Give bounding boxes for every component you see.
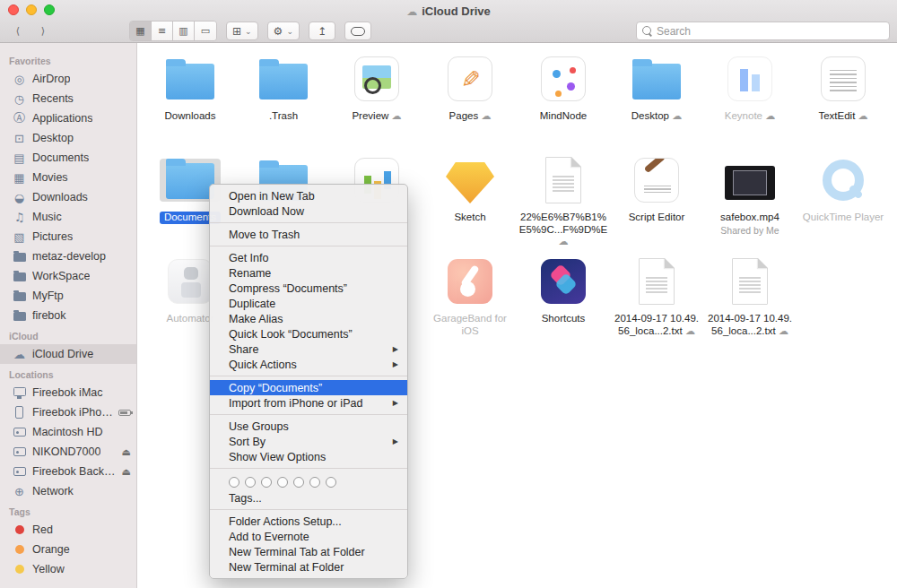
- menu-item-new-terminal[interactable]: New Terminal at Folder: [210, 559, 407, 575]
- download-icon: ◒: [12, 191, 27, 204]
- music-note-icon: ♫: [12, 211, 27, 224]
- eject-icon[interactable]: ⏏: [122, 446, 131, 458]
- menu-item-duplicate[interactable]: Duplicate: [210, 296, 407, 311]
- sidebar-item-macintosh-hd[interactable]: Macintosh HD: [0, 422, 136, 442]
- tag-circle[interactable]: [277, 477, 288, 488]
- menu-item-add-to-evernote[interactable]: Add to Evernote: [210, 529, 407, 544]
- forward-button[interactable]: ⟩: [32, 22, 54, 40]
- search-field[interactable]: [636, 22, 890, 40]
- sidebar-section-favorites: Favorites: [0, 50, 136, 69]
- share-button[interactable]: ↥: [309, 22, 335, 40]
- text-file-icon: [545, 157, 581, 203]
- sidebar-item-documents[interactable]: ▤Documents: [0, 148, 136, 168]
- minimize-button[interactable]: [26, 4, 37, 15]
- menu-item-rename[interactable]: Rename: [210, 265, 407, 281]
- tag-circle[interactable]: [261, 477, 272, 488]
- menu-item-import-from-iphone[interactable]: Import from iPhone or iPad▶: [210, 395, 407, 411]
- sidebar-item-pictures[interactable]: ▧Pictures: [0, 227, 136, 246]
- menu-item-quick-look[interactable]: Quick Look “Documents”: [210, 326, 407, 342]
- menu-item-folder-actions-setup[interactable]: Folder Actions Setup...: [210, 514, 407, 529]
- sidebar-item-applications[interactable]: ⒶApplications: [0, 108, 136, 128]
- menu-item-make-alias[interactable]: Make Alias: [210, 311, 407, 326]
- sidebar-item-desktop[interactable]: ⊡Desktop: [0, 128, 136, 148]
- sidebar: Favorites ◎AirDrop ◷Recents ⒶApplication…: [0, 43, 137, 588]
- menu-item-share[interactable]: Share▶: [210, 342, 407, 357]
- eject-icon[interactable]: ⏏: [122, 466, 131, 478]
- sidebar-section-locations: Locations: [0, 364, 136, 383]
- list-view-button[interactable]: ≡: [152, 22, 173, 40]
- tag-circle[interactable]: [309, 477, 320, 488]
- file-pages-app[interactable]: Pages ☁: [423, 53, 517, 154]
- edit-tags-button[interactable]: [344, 22, 371, 40]
- tag-circle[interactable]: [245, 477, 256, 488]
- file-garageband-app[interactable]: GarageBand for iOS: [423, 255, 517, 357]
- sidebar-item-icloud-drive[interactable]: ☁iCloud Drive: [0, 344, 136, 364]
- back-button[interactable]: ⟨: [7, 22, 29, 40]
- automator-app-icon: [168, 259, 213, 304]
- file-keynote-app[interactable]: Keynote ☁: [703, 53, 797, 154]
- gallery-view-button[interactable]: ▭: [195, 22, 216, 40]
- sidebar-item-workspace[interactable]: WorkSpace: [0, 266, 136, 286]
- sidebar-item-fireebok-iphone[interactable]: Fireebok iPhone: [0, 402, 136, 422]
- file-trash-folder[interactable]: .Trash: [237, 53, 330, 154]
- sidebar-item-network[interactable]: ⊕Network: [0, 481, 136, 501]
- titlebar: ☁ iCloud Drive: [0, 0, 897, 19]
- menu-item-quick-actions[interactable]: Quick Actions▶: [210, 357, 407, 372]
- menu-item-download-now[interactable]: Download Now: [210, 203, 407, 219]
- sidebar-item-airdrop[interactable]: ◎AirDrop: [0, 69, 136, 89]
- file-2014-txt-1[interactable]: 2014-09-17 10.49.56_loca...2.txt ☁: [610, 255, 703, 357]
- sidebar-item-tag-red[interactable]: Red: [0, 520, 136, 540]
- sidebar-item-nikond7000[interactable]: NIKOND7000⏏: [0, 442, 136, 462]
- menu-item-open-in-new-tab[interactable]: Open in New Tab: [210, 188, 407, 203]
- menu-item-use-groups[interactable]: Use Groups: [210, 419, 407, 434]
- garageband-app-icon: [448, 259, 492, 304]
- icon-view-button[interactable]: ▦: [130, 22, 152, 40]
- sidebar-item-tag-yellow[interactable]: Yellow: [0, 559, 136, 579]
- file-quicktime-app[interactable]: QuickTime Player: [797, 154, 890, 255]
- group-button[interactable]: ⊞ ⌄: [226, 22, 258, 40]
- sidebar-item-movies[interactable]: ▦Movies: [0, 168, 136, 187]
- sidebar-item-downloads[interactable]: ◒Downloads: [0, 187, 136, 207]
- file-encoded-txt[interactable]: 22%E6%B7%B1%E5%9C...F%9D%E ☁: [517, 154, 610, 255]
- menu-item-show-view-options[interactable]: Show View Options: [210, 449, 407, 464]
- chevron-down-icon: ⌄: [286, 27, 293, 36]
- close-button[interactable]: [8, 4, 19, 15]
- action-button[interactable]: ⚙ ⌄: [267, 22, 300, 40]
- sidebar-item-metaz-develop[interactable]: metaz-develop: [0, 246, 136, 266]
- menu-item-compress[interactable]: Compress “Documents”: [210, 281, 407, 296]
- file-safebox-mp4[interactable]: safebox.mp4 Shared by Me: [703, 154, 797, 255]
- tag-circle[interactable]: [293, 477, 304, 488]
- sidebar-item-myftp[interactable]: MyFtp: [0, 286, 136, 306]
- sidebar-item-music[interactable]: ♫Music: [0, 207, 136, 227]
- file-preview-app[interactable]: Preview ☁: [330, 53, 423, 154]
- tag-circle[interactable]: [326, 477, 336, 488]
- sidebar-item-fireebok-backup[interactable]: Fireebok Backu...⏏: [0, 462, 136, 481]
- menu-item-copy-documents[interactable]: Copy “Documents”: [210, 380, 407, 395]
- file-sketch-app[interactable]: Sketch: [423, 154, 517, 255]
- menu-item-tags[interactable]: Tags...: [210, 490, 407, 506]
- file-mindnode-app[interactable]: MindNode: [517, 53, 610, 154]
- view-switcher: ▦ ≡ ▥ ▭: [129, 21, 217, 41]
- airdrop-icon: ◎: [12, 73, 27, 86]
- zoom-button[interactable]: [44, 4, 55, 15]
- menu-item-new-terminal-tab[interactable]: New Terminal Tab at Folder: [210, 544, 407, 559]
- file-downloads-folder[interactable]: Downloads: [144, 53, 237, 154]
- column-view-button[interactable]: ▥: [173, 22, 195, 40]
- sidebar-item-firebok[interactable]: firebok: [0, 306, 136, 325]
- file-2014-txt-2[interactable]: 2014-09-17 10.49.56_loca...2.txt ☁: [703, 255, 797, 357]
- tag-circle[interactable]: [229, 477, 239, 488]
- search-input[interactable]: [657, 25, 884, 38]
- file-desktop-folder[interactable]: Desktop ☁: [610, 53, 703, 154]
- menu-separator: [210, 376, 407, 376]
- file-script-editor-app[interactable]: Script Editor: [610, 154, 703, 255]
- file-shortcuts-app[interactable]: Shortcuts: [517, 255, 610, 357]
- film-icon: ▦: [12, 171, 27, 185]
- sidebar-item-fireebok-imac[interactable]: Fireebok iMac: [0, 383, 136, 402]
- file-textedit-app[interactable]: TextEdit ☁: [797, 53, 890, 154]
- menu-item-move-to-trash[interactable]: Move to Trash: [210, 227, 407, 242]
- menu-item-get-info[interactable]: Get Info: [210, 250, 407, 265]
- sidebar-item-recents[interactable]: ◷Recents: [0, 89, 136, 108]
- sidebar-item-tag-orange[interactable]: Orange: [0, 540, 136, 559]
- submenu-arrow-icon: ▶: [393, 399, 398, 407]
- menu-item-sort-by[interactable]: Sort By▶: [210, 434, 407, 449]
